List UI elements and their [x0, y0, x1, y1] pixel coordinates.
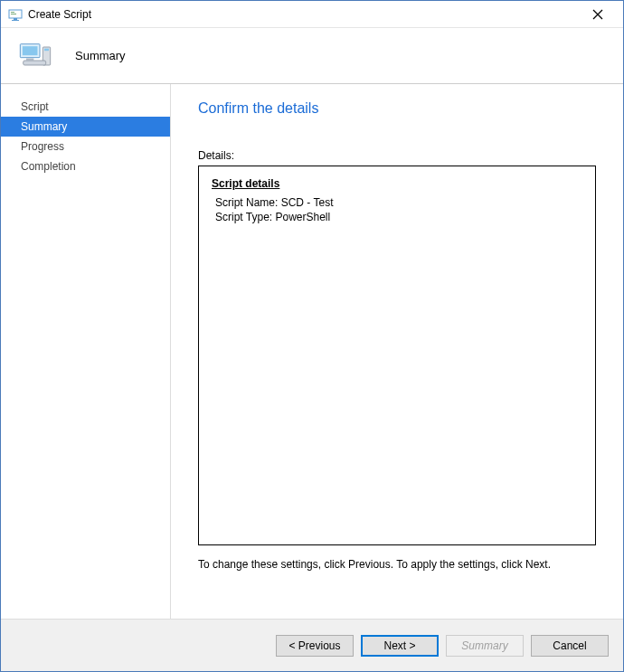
details-label: Details: [198, 149, 596, 162]
svg-rect-10 [44, 48, 49, 51]
sidebar-item-label: Completion [21, 160, 76, 173]
page-heading: Confirm the details [198, 100, 596, 117]
close-button[interactable] [580, 1, 616, 28]
summary-button: Summary [446, 635, 524, 657]
banner: Summary [1, 28, 623, 84]
script-type-label: Script Type: [215, 211, 272, 223]
svg-rect-12 [26, 58, 33, 61]
svg-rect-1 [14, 18, 17, 20]
sidebar-item-summary[interactable]: Summary [1, 117, 170, 137]
sidebar: Script Summary Progress Completion [1, 84, 171, 619]
sidebar-item-label: Progress [21, 140, 64, 153]
script-name-line: Script Name: SCD - Test [212, 195, 582, 210]
svg-rect-3 [11, 12, 14, 13]
script-type-line: Script Type: PowerShell [212, 210, 582, 224]
titlebar: Create Script [1, 1, 623, 28]
svg-rect-4 [11, 14, 16, 14]
previous-button[interactable]: < Previous [276, 635, 354, 657]
sidebar-item-label: Script [21, 100, 49, 113]
svg-rect-2 [12, 20, 19, 21]
sidebar-item-script[interactable]: Script [1, 97, 170, 117]
footer: < Previous Next > Summary Cancel [1, 619, 623, 671]
details-box: Script details Script Name: SCD - Test S… [198, 166, 596, 545]
svg-rect-11 [24, 61, 46, 65]
banner-title: Summary [75, 49, 126, 62]
computer-icon [17, 38, 53, 74]
script-name-label: Script Name: [215, 196, 278, 209]
script-type-value: PowerShell [275, 211, 330, 223]
sidebar-item-label: Summary [21, 120, 67, 133]
svg-rect-8 [23, 46, 38, 55]
window-title: Create Script [28, 8, 91, 21]
script-name-value: SCD - Test [281, 196, 334, 209]
app-icon [8, 7, 23, 22]
cancel-button[interactable]: Cancel [531, 635, 609, 657]
next-button[interactable]: Next > [361, 635, 439, 657]
sidebar-item-completion[interactable]: Completion [1, 156, 170, 176]
sidebar-item-progress[interactable]: Progress [1, 137, 170, 156]
main-panel: Confirm the details Details: Script deta… [171, 84, 623, 619]
hint-text: To change these settings, click Previous… [198, 558, 596, 571]
section-head: Script details [212, 177, 582, 190]
